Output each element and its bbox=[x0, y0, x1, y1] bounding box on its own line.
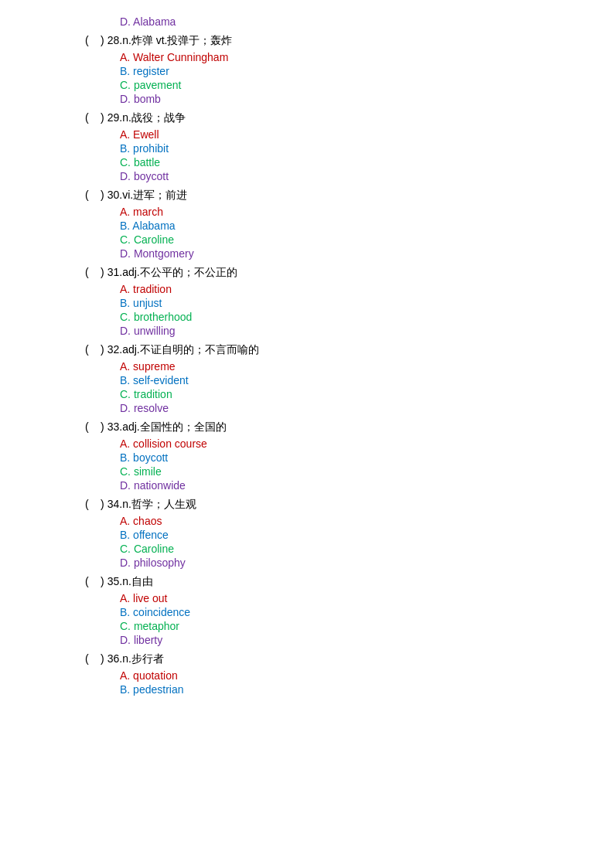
option-d-q33: D. nationwide bbox=[120, 479, 614, 492]
question-label: 32.adj.不证自明的；不言而喻的 bbox=[107, 343, 259, 357]
options-q34: A. chaosB. offenceC. CarolineD. philosop… bbox=[0, 515, 614, 569]
paren-right: ) bbox=[101, 498, 104, 512]
option-c-q28: C. pavement bbox=[120, 79, 614, 91]
option-b-q29: B. prohibit bbox=[120, 142, 614, 155]
option-c-q33: C. simile bbox=[120, 465, 614, 478]
options-q31: A. traditionB. unjustC. brotherhoodD. un… bbox=[0, 283, 614, 337]
paren-left: ( bbox=[85, 498, 101, 512]
option-d-q31: D. unwilling bbox=[120, 325, 614, 337]
options-q35: A. live outB. coincidenceC. metaphorD. l… bbox=[0, 592, 614, 646]
option-a-q33: A. collision course bbox=[120, 437, 614, 450]
option-a-q36: A. quotation bbox=[120, 669, 614, 682]
question-label: 35.n.自由 bbox=[107, 575, 153, 589]
option-a-q32: A. supreme bbox=[120, 360, 614, 373]
option-b-q36: B. pedestrian bbox=[120, 683, 614, 696]
option-d-q34: D. philosophy bbox=[120, 557, 614, 569]
option-c-q30: C. Caroline bbox=[120, 233, 614, 246]
option-a-q35: A. live out bbox=[120, 592, 614, 604]
option-a-q28: A. Walter Cunningham bbox=[120, 51, 614, 63]
option-c-q31: C. brotherhood bbox=[120, 311, 614, 323]
option-d-q35: D. liberty bbox=[120, 634, 614, 646]
paren-right: ) bbox=[101, 189, 104, 203]
option-d-alabama: D. Alabama bbox=[120, 15, 614, 28]
option-d-q29: D. boycott bbox=[120, 170, 614, 182]
options-q30: A. marchB. AlabamaC. CarolineD. Montgome… bbox=[0, 206, 614, 260]
paren-right: ) bbox=[101, 575, 104, 589]
option-b-q33: B. boycott bbox=[120, 451, 614, 464]
question-label: 36.n.步行者 bbox=[107, 652, 164, 666]
question-q31: ()31.adj.不公平的；不公正的 bbox=[0, 266, 614, 280]
option-d-q30: D. Montgomery bbox=[120, 247, 614, 260]
paren-left: ( bbox=[85, 189, 101, 203]
question-q36: ()36.n.步行者 bbox=[0, 652, 614, 666]
question-q34: ()34.n.哲学；人生观 bbox=[0, 498, 614, 512]
options-q32: A. supremeB. self-evidentC. traditionD. … bbox=[0, 360, 614, 414]
option-b-q30: B. Alabama bbox=[120, 220, 614, 232]
question-q33: ()33.adj.全国性的；全国的 bbox=[0, 420, 614, 434]
question-label: 33.adj.全国性的；全国的 bbox=[107, 420, 227, 434]
option-c-q29: C. battle bbox=[120, 156, 614, 168]
paren-right: ) bbox=[101, 111, 104, 125]
paren-left: ( bbox=[85, 420, 101, 434]
option-a-q30: A. march bbox=[120, 206, 614, 218]
option-a-q31: A. tradition bbox=[120, 283, 614, 295]
question-q29: ()29.n.战役；战争 bbox=[0, 111, 614, 125]
question-q28: ()28.n.炸弹 vt.投弹于；轰炸 bbox=[0, 34, 614, 48]
paren-left: ( bbox=[85, 652, 101, 666]
paren-right: ) bbox=[101, 420, 104, 434]
options-q28: A. Walter CunninghamB. registerC. paveme… bbox=[0, 51, 614, 105]
paren-right: ) bbox=[101, 266, 104, 280]
option-c-q34: C. Caroline bbox=[120, 543, 614, 555]
question-label: 29.n.战役；战争 bbox=[107, 111, 186, 125]
paren-left: ( bbox=[85, 34, 101, 48]
paren-left: ( bbox=[85, 266, 101, 280]
options-q33: A. collision courseB. boycottC. simileD.… bbox=[0, 437, 614, 492]
paren-right: ) bbox=[101, 343, 104, 357]
question-label: 30.vi.进军；前进 bbox=[107, 189, 187, 203]
option-b-q35: B. coincidence bbox=[120, 606, 614, 618]
paren-left: ( bbox=[85, 111, 101, 125]
option-b-q32: B. self-evident bbox=[120, 374, 614, 386]
option-c-q35: C. metaphor bbox=[120, 620, 614, 632]
option-c-q32: C. tradition bbox=[120, 388, 614, 400]
option-b-q34: B. offence bbox=[120, 529, 614, 541]
option-a-q29: A. Ewell bbox=[120, 128, 614, 141]
paren-right: ) bbox=[101, 652, 104, 666]
question-label: 31.adj.不公平的；不公正的 bbox=[107, 266, 237, 280]
question-q32: ()32.adj.不证自明的；不言而喻的 bbox=[0, 343, 614, 357]
paren-left: ( bbox=[85, 575, 101, 589]
question-label: 28.n.炸弹 vt.投弹于；轰炸 bbox=[107, 34, 233, 48]
question-q35: ()35.n.自由 bbox=[0, 575, 614, 589]
options-q29: A. EwellB. prohibitC. battleD. boycott bbox=[0, 128, 614, 182]
options-q36: A. quotationB. pedestrian bbox=[0, 669, 614, 696]
question-q30: ()30.vi.进军；前进 bbox=[0, 189, 614, 203]
option-d-q28: D. bomb bbox=[120, 93, 614, 105]
paren-right: ) bbox=[101, 34, 104, 48]
option-a-q34: A. chaos bbox=[120, 515, 614, 527]
option-d-q32: D. resolve bbox=[120, 402, 614, 414]
paren-left: ( bbox=[85, 343, 101, 357]
option-b-q31: B. unjust bbox=[120, 297, 614, 309]
option-b-q28: B. register bbox=[120, 65, 614, 77]
question-label: 34.n.哲学；人生观 bbox=[107, 498, 196, 512]
